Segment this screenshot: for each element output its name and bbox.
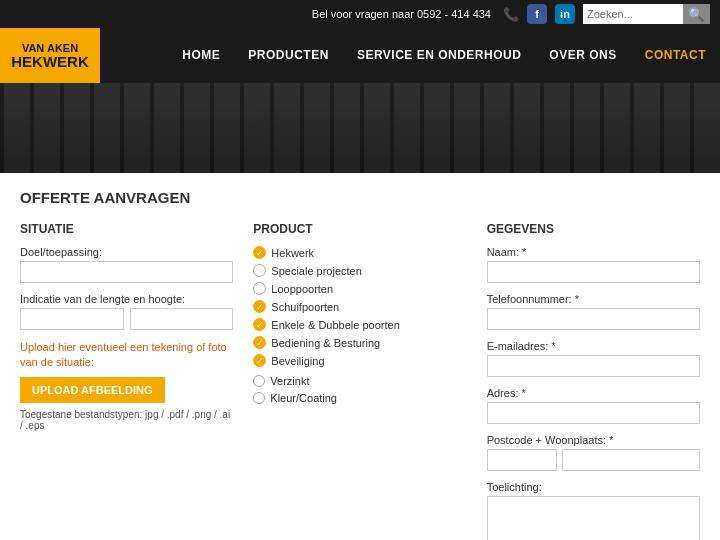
main-nav: HOME PRODUCTEN SERVICE EN ONDERHOUD OVER… <box>100 28 720 83</box>
linkedin-icon[interactable]: in <box>555 4 575 24</box>
toelichting-input[interactable] <box>487 496 700 540</box>
indicatie-label: Indicatie van de lengte en hoogte: <box>20 293 233 305</box>
product-label-enkele: Enkele & Dubbele poorten <box>271 319 399 331</box>
doel-label: Doel/toepassing: <box>20 246 233 258</box>
product-item-enkele[interactable]: ✓ Enkele & Dubbele poorten <box>253 318 466 331</box>
naam-input[interactable] <box>487 261 700 283</box>
email-input[interactable] <box>487 355 700 377</box>
product-label-beveiliging: Beveiliging <box>271 355 324 367</box>
hero-overlay <box>0 83 720 173</box>
product-item-kleur[interactable]: Kleur/Coating <box>253 392 466 404</box>
postcode-input[interactable] <box>487 449 557 471</box>
nav-contact[interactable]: CONTACT <box>631 28 720 83</box>
product-label-speciale: Speciale projecten <box>271 265 362 277</box>
nav-home[interactable]: HOME <box>168 28 234 83</box>
product-column: PRODUCT ✓ Hekwerk Speciale projecten Loo… <box>253 222 466 540</box>
indicatie-inputs <box>20 308 233 340</box>
email-label: E-mailadres: * <box>487 340 700 352</box>
radio-kleur[interactable] <box>253 392 265 404</box>
product-item-schuifpoorten[interactable]: ✓ Schuifpoorten <box>253 300 466 313</box>
phone-text: Bel voor vragen naar 0592 - 414 434 <box>312 8 491 20</box>
checkbox-hekwerk[interactable]: ✓ <box>253 246 266 259</box>
situatie-column: SITUATIE Doel/toepassing: Indicatie van … <box>20 222 233 540</box>
product-item-verzinkt[interactable]: Verzinkt <box>253 375 466 387</box>
logo-nav: VAN AKEN HEKWERK HOME PRODUCTEN SERVICE … <box>0 28 720 83</box>
checkbox-schuifpoorten[interactable]: ✓ <box>253 300 266 313</box>
nav-service[interactable]: SERVICE EN ONDERHOUD <box>343 28 535 83</box>
logo-main: HEKWERK <box>11 54 89 69</box>
gegevens-title: GEGEVENS <box>487 222 700 236</box>
postcode-row <box>487 449 700 481</box>
search-box: 🔍 <box>583 4 710 24</box>
file-types: Toegestane bestandstypen: jpg / .pdf / .… <box>20 409 233 431</box>
logo: VAN AKEN HEKWERK <box>0 28 100 83</box>
search-button[interactable]: 🔍 <box>683 4 710 24</box>
phone-icon: 📞 <box>503 7 519 22</box>
gegevens-column: GEGEVENS Naam: * Telefoonnummer: * E-mai… <box>487 222 700 540</box>
product-item-looppoorten[interactable]: Looppoorten <box>253 282 466 295</box>
postcode-label: Postcode + Woonplaats: * <box>487 434 700 446</box>
product-label-hekwerk: Hekwerk <box>271 247 314 259</box>
main-content: OFFERTE AANVRAGEN SITUATIE Doel/toepassi… <box>0 173 720 540</box>
product-item-bediening[interactable]: ✓ Bediening & Besturing <box>253 336 466 349</box>
checkbox-enkele[interactable]: ✓ <box>253 318 266 331</box>
product-label-looppoorten: Looppoorten <box>271 283 333 295</box>
naam-label: Naam: * <box>487 246 700 258</box>
nav-producten[interactable]: PRODUCTEN <box>234 28 343 83</box>
checkbox-speciale[interactable] <box>253 264 266 277</box>
product-item-speciale[interactable]: Speciale projecten <box>253 264 466 277</box>
product-title: PRODUCT <box>253 222 466 236</box>
adres-input[interactable] <box>487 402 700 424</box>
page-title: OFFERTE AANVRAGEN <box>20 189 700 206</box>
checkbox-beveiliging[interactable]: ✓ <box>253 354 266 367</box>
upload-note: Upload hier eventueel een tekening of fo… <box>20 340 233 371</box>
checkbox-bediening[interactable]: ✓ <box>253 336 266 349</box>
product-label-kleur: Kleur/Coating <box>270 392 337 404</box>
upload-button[interactable]: UPLOAD AFBEELDING <box>20 377 165 403</box>
tel-label: Telefoonnummer: * <box>487 293 700 305</box>
woonplaats-input[interactable] <box>562 449 700 471</box>
product-label-verzinkt: Verzinkt <box>270 375 309 387</box>
product-label-schuifpoorten: Schuifpoorten <box>271 301 339 313</box>
checkbox-looppoorten[interactable] <box>253 282 266 295</box>
product-item-hekwerk[interactable]: ✓ Hekwerk <box>253 246 466 259</box>
lengte-input[interactable] <box>20 308 124 330</box>
form-grid: SITUATIE Doel/toepassing: Indicatie van … <box>20 222 700 540</box>
product-label-bediening: Bediening & Besturing <box>271 337 380 349</box>
situatie-title: SITUATIE <box>20 222 233 236</box>
toelichting-label: Toelichting: <box>487 481 700 493</box>
doel-input[interactable] <box>20 261 233 283</box>
product-item-beveiliging[interactable]: ✓ Beveiliging <box>253 354 466 367</box>
tel-input[interactable] <box>487 308 700 330</box>
top-bar: Bel voor vragen naar 0592 - 414 434 📞 f … <box>0 0 720 28</box>
nav-overons[interactable]: OVER ONS <box>535 28 630 83</box>
facebook-icon[interactable]: f <box>527 4 547 24</box>
search-input[interactable] <box>583 4 683 24</box>
radio-verzinkt[interactable] <box>253 375 265 387</box>
hoogte-input[interactable] <box>130 308 234 330</box>
adres-label: Adres: * <box>487 387 700 399</box>
hero-image <box>0 83 720 173</box>
